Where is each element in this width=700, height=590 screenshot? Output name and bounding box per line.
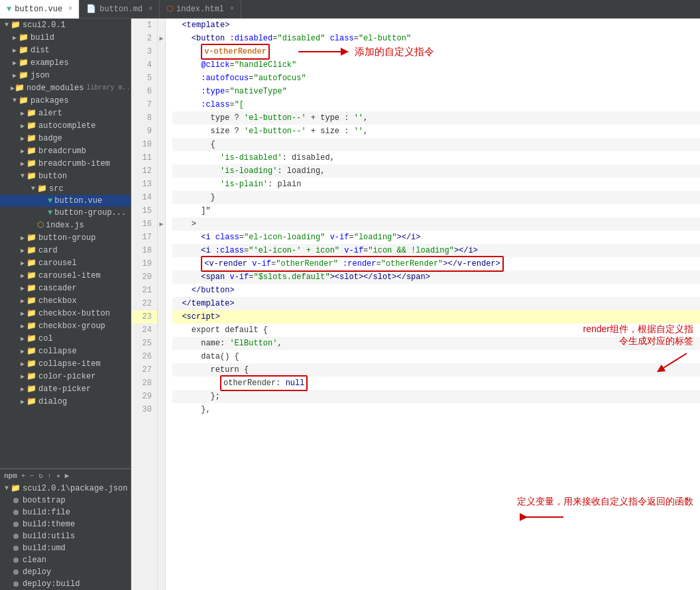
code-text: class [330,32,354,45]
npm-script-build-umd[interactable]: build:umd [0,542,131,554]
sidebar-item-date-picker[interactable]: ▶ 📁 date-picker [0,383,131,395]
line-num: 29 [131,390,157,403]
code-text: :autofocus [201,72,249,85]
folder-icon: 📁 [27,371,36,381]
tab-button-html[interactable]: ⬡ index.html × [160,0,241,19]
tab-label: button.md [99,5,143,14]
sidebar-item-card[interactable]: ▶ 📁 card [0,244,131,257]
sidebar-item-checkbox[interactable]: ▶ 📁 checkbox [0,294,131,307]
sidebar-item-build[interactable]: ▶ 📁 build [0,31,131,44]
line-num: 14 [131,191,157,204]
tab-close-button[interactable]: × [68,5,72,13]
code-line-9: size ? 'el-button--' + size : '', [172,125,700,138]
sidebar-item-badge[interactable]: ▶ 📁 badge [0,132,131,145]
npm-script-build-theme[interactable]: build:theme [0,518,131,530]
code-line-4: @click="handleClick" [172,58,700,72]
code-text: ></ [392,270,406,284]
sidebar-item-button-vue[interactable]: ▼ button.vue [0,195,131,207]
tree-item-label: date-picker [38,384,91,394]
code-line-19: <v-render v-if="otherRender" :render="ot… [172,257,700,270]
tree-item-label: autocomplete [38,121,95,131]
tree-item-label: carousel-item [38,271,101,280]
npm-script-build-file[interactable]: build:file [0,506,131,518]
sidebar-item-autocomplete[interactable]: ▶ 📁 autocomplete [0,119,131,132]
code-text: , [363,125,368,138]
sidebar-item-carousel[interactable]: ▶ 📁 carousel [0,257,131,269]
code-text [172,85,201,98]
sidebar-item-color-picker[interactable]: ▶ 📁 color-picker [0,370,131,383]
sidebar-item-button-group[interactable]: ▶ 📁 button-group [0,231,131,244]
tree-item-label: node_modules [27,84,84,93]
code-text: = [244,244,249,257]
npm-script-deploy-build[interactable]: deploy:build [0,578,131,590]
sidebar-item-json[interactable]: ▶ 📁 json [0,69,131,82]
sidebar-item-dist[interactable]: ▶ 📁 dist [0,44,131,56]
code-text: "nativeType" [229,85,286,98]
sidebar-item-cascader[interactable]: ▶ 📁 cascader [0,282,131,294]
tree-item-label: button [38,172,67,181]
sidebar-item-collapse[interactable]: ▶ 📁 collapse [0,345,131,357]
line-num: 25 [131,337,157,350]
npm-script-build-utils[interactable]: build:utils [0,530,131,542]
tab-close-button[interactable]: × [148,5,152,13]
line-num: 13 [131,178,157,191]
sidebar-item-col[interactable]: ▶ 📁 col [0,332,131,345]
sidebar-item-carousel-item[interactable]: ▶ 📁 carousel-item [0,269,131,282]
code-text: slot [373,270,392,284]
code-editor[interactable]: 1 2 3 4 5 6 7 8 9 10 11 12 13 14 15 16 1… [131,19,700,590]
code-line-20: <span v-if="$slots.default"><slot></slot… [172,270,700,284]
code-line-21: </button> [172,284,700,297]
tab-button-vue[interactable]: ▼ button.vue × [0,0,80,19]
code-line-26: data() { [172,350,700,363]
folder-icon: 📁 [19,95,29,105]
sidebar-item-collapse-item[interactable]: ▶ 📁 collapse-item [0,357,131,370]
code-text: size ? [172,125,244,138]
arrow-icon: ▶ [19,347,27,355]
line-num: 24 [131,324,157,337]
npm-script-clean[interactable]: clean [0,554,131,566]
sidebar-item-index-js[interactable]: ⬡ index.js [0,219,131,231]
code-line-25: name: 'ElButton', [172,337,700,350]
tree-root[interactable]: ▼ 📁 scui2.0.1 [0,19,131,31]
npm-icon: npm [4,472,17,480]
npm-script-bootstrap[interactable]: bootstrap [0,495,131,506]
line-num: 2 [131,32,157,45]
arrow-icon: ▶ [11,59,19,67]
sidebar: ▼ 📁 scui2.0.1 ▶ 📁 build ▶ 📁 dist ▶ 📁 exa… [0,19,131,590]
sidebar-item-dialog[interactable]: ▶ 📁 dialog [0,395,131,408]
npm-root[interactable]: ▼ 📁 scui2.0.1\package.json [0,482,131,495]
line-num: 30 [131,403,157,416]
sidebar-item-button[interactable]: ▼ 📁 button [0,170,131,182]
code-text: }; [172,390,220,403]
sidebar-item-button-group-vue[interactable]: ▼ button-group... [0,207,131,219]
code-text: , [363,111,368,125]
code-text: data() { [172,350,239,363]
sidebar-item-checkbox-group[interactable]: ▶ 📁 checkbox-group [0,320,131,332]
sidebar-item-alert[interactable]: ▶ 📁 alert [0,107,131,119]
annotation-box-1: v-otherRender [201,44,270,60]
npm-script-deploy[interactable]: deploy [0,566,131,578]
sidebar-item-checkbox-button[interactable]: ▶ 📁 checkbox-button [0,307,131,320]
tab-button-md[interactable]: 📄 button.md × [80,0,160,19]
code-line-1: <template> [172,19,700,32]
arrow-icon: ▶ [19,398,27,406]
sidebar-item-node-modules[interactable]: ▶ 📁 node_modules library m... [0,82,131,94]
tab-close-button[interactable]: × [230,5,234,13]
tree-item-label: carousel [38,259,77,268]
arrow-icon: ▶ [19,135,27,143]
code-content: 1 2 3 4 5 6 7 8 9 10 11 12 13 14 15 16 1… [131,19,700,590]
code-text [172,297,182,310]
sidebar-item-breadcrumb-item[interactable]: ▶ 📁 breadcrumb-item [0,157,131,170]
code-text: "'el-icon-' + icon" [249,244,339,257]
script-label: deploy:build [23,579,80,589]
code-line-5: :autofocus="autofocus" [172,72,700,85]
code-line-3: v-otherRender [172,45,700,58]
sidebar-item-breadcrumb[interactable]: ▶ 📁 breadcrumb [0,145,131,157]
folder-icon: 📁 [37,184,47,194]
code-text [172,151,220,164]
sidebar-item-src[interactable]: ▼ 📁 src [0,182,131,195]
sidebar-item-packages[interactable]: ▼ 📁 packages [0,94,131,107]
code-text [325,32,329,45]
sidebar-item-examples[interactable]: ▶ 📁 examples [0,56,131,69]
script-dot [13,498,19,503]
